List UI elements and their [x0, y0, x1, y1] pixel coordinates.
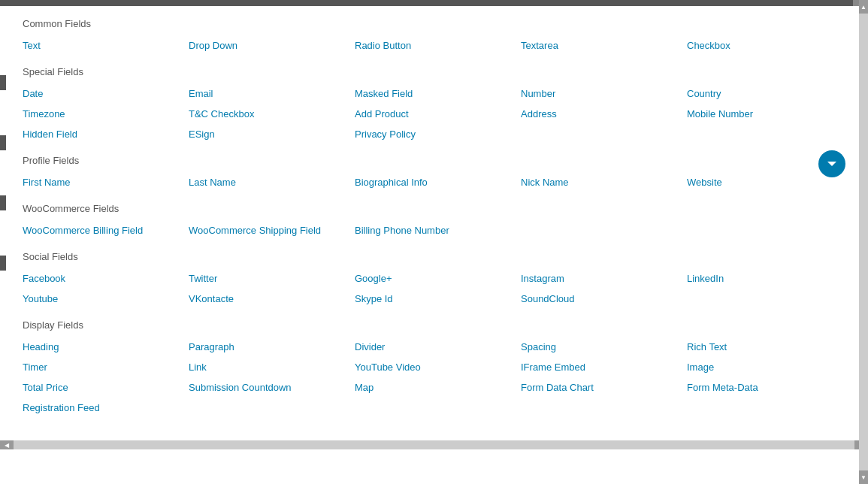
field-last-name[interactable]: Last Name — [189, 175, 355, 189]
scroll-left-arrow[interactable]: ◀ — [0, 440, 14, 449]
field-paragraph[interactable]: Paragraph — [189, 340, 355, 354]
section-special-fields-title: Special Fields — [23, 66, 853, 77]
field-iframe-embed[interactable]: IFrame Embed — [521, 360, 687, 374]
woocommerce-fields-grid: WooCommerce Billing Field WooCommerce Sh… — [23, 223, 853, 237]
special-fields-grid: Date Email Masked Field Number Country T… — [23, 86, 853, 141]
field-registration-feed[interactable]: Registration Feed — [23, 401, 189, 415]
field-form-meta-data[interactable]: Form Meta-Data — [687, 380, 853, 395]
field-divider[interactable]: Divider — [355, 340, 521, 354]
field-address[interactable]: Address — [521, 107, 687, 121]
field-facebook[interactable]: Facebook — [23, 271, 189, 286]
field-masked-field[interactable]: Masked Field — [355, 86, 521, 101]
field-biographical-info[interactable]: Biographical Info — [355, 175, 521, 189]
field-date[interactable]: Date — [23, 86, 189, 101]
field-instagram[interactable]: Instagram — [521, 271, 687, 286]
field-woo-shipping[interactable]: WooCommerce Shipping Field — [189, 223, 355, 237]
scroll-down-fab[interactable] — [818, 150, 845, 177]
field-dropdown[interactable]: Drop Down — [189, 38, 355, 53]
field-mobile-number[interactable]: Mobile Number — [687, 107, 853, 121]
field-textarea[interactable]: Textarea — [521, 38, 687, 53]
field-add-product[interactable]: Add Product — [355, 107, 521, 121]
field-soundcloud[interactable]: SoundCloud — [521, 292, 687, 306]
field-image[interactable]: Image — [687, 360, 853, 374]
right-scrollbar: ▲ ▼ — [859, 0, 868, 484]
section-common-fields-title: Common Fields — [23, 18, 853, 29]
field-link[interactable]: Link — [189, 360, 355, 374]
field-country[interactable]: Country — [687, 86, 853, 101]
field-hidden-field[interactable]: Hidden Field — [23, 127, 189, 141]
field-timezone[interactable]: Timezone — [23, 107, 189, 121]
scrollbar-track — [859, 14, 868, 470]
field-nick-name[interactable]: Nick Name — [521, 175, 687, 189]
section-social-fields-title: Social Fields — [23, 251, 853, 262]
section-social-fields: Social Fields Facebook Twitter Google+ I… — [23, 251, 853, 306]
bottom-scrollbar: ◀ ▶ — [0, 440, 868, 449]
field-website[interactable]: Website — [687, 175, 853, 189]
section-display-fields: Display Fields Heading Paragraph Divider… — [23, 319, 853, 415]
field-checkbox[interactable]: Checkbox — [687, 38, 853, 53]
field-youtube[interactable]: Youtube — [23, 292, 189, 306]
field-google-plus[interactable]: Google+ — [355, 271, 521, 286]
social-fields-grid: Facebook Twitter Google+ Instagram Linke… — [23, 271, 853, 306]
fields-panel: Common Fields Text Drop Down Radio Butto… — [0, 6, 868, 440]
field-youtube-video[interactable]: YouTube Video — [355, 360, 521, 374]
section-profile-fields-title: Profile Fields — [23, 155, 853, 166]
section-display-fields-title: Display Fields — [23, 319, 853, 331]
section-common-fields: Common Fields Text Drop Down Radio Butto… — [23, 18, 853, 53]
common-fields-grid: Text Drop Down Radio Button Textarea Che… — [23, 38, 853, 53]
field-heading[interactable]: Heading — [23, 340, 189, 354]
field-total-price[interactable]: Total Price — [23, 380, 189, 395]
field-rich-text[interactable]: Rich Text — [687, 340, 853, 354]
main-container: ▲ Common Fields Text Drop Down Radio But… — [0, 0, 868, 484]
scrollbar-up-arrow[interactable]: ▲ — [859, 0, 868, 14]
field-skype-id[interactable]: Skype Id — [355, 292, 521, 306]
field-first-name[interactable]: First Name — [23, 175, 189, 189]
field-woo-billing[interactable]: WooCommerce Billing Field — [23, 223, 189, 237]
section-woocommerce-fields: WooCommerce Fields WooCommerce Billing F… — [23, 203, 853, 237]
field-vkontacte[interactable]: VKontacte — [189, 292, 355, 306]
field-spacing[interactable]: Spacing — [521, 340, 687, 354]
section-woocommerce-fields-title: WooCommerce Fields — [23, 203, 853, 214]
field-privacy-policy[interactable]: Privacy Policy — [355, 127, 521, 141]
field-number[interactable]: Number — [521, 86, 687, 101]
field-radio-button[interactable]: Radio Button — [355, 38, 521, 53]
field-timer[interactable]: Timer — [23, 360, 189, 374]
top-scrollbar: ▲ — [0, 0, 868, 6]
section-special-fields: Special Fields Date Email Masked Field N… — [23, 66, 853, 141]
profile-fields-grid: First Name Last Name Biographical Info N… — [23, 175, 853, 189]
field-billing-phone[interactable]: Billing Phone Number — [355, 223, 521, 237]
field-linkedin[interactable]: LinkedIn — [687, 271, 853, 286]
bottom-scrollbar-thumb — [14, 440, 854, 449]
field-esign[interactable]: ESign — [189, 127, 355, 141]
field-map[interactable]: Map — [355, 380, 521, 395]
field-submission-countdown[interactable]: Submission Countdown — [189, 380, 355, 395]
display-fields-grid: Heading Paragraph Divider Spacing Rich T… — [23, 340, 853, 415]
section-profile-fields: Profile Fields First Name Last Name Biog… — [23, 155, 853, 189]
field-text[interactable]: Text — [23, 38, 189, 53]
field-email[interactable]: Email — [189, 86, 355, 101]
field-form-data-chart[interactable]: Form Data Chart — [521, 380, 687, 395]
field-tnc-checkbox[interactable]: T&C Checkbox — [189, 107, 355, 121]
field-twitter[interactable]: Twitter — [189, 271, 355, 286]
scrollbar-down-arrow[interactable]: ▼ — [859, 470, 868, 484]
